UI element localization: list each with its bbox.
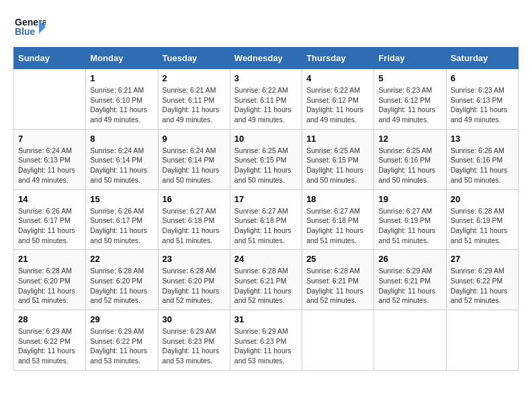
day-number: 4 [306, 73, 369, 83]
calendar-cell: 15Sunrise: 6:26 AM Sunset: 6:17 PM Dayli… [86, 189, 158, 250]
calendar-cell: 18Sunrise: 6:27 AM Sunset: 6:18 PM Dayli… [302, 189, 374, 250]
weekday-header: Saturday [446, 48, 518, 69]
day-info: Sunrise: 6:28 AM Sunset: 6:19 PM Dayligh… [451, 206, 514, 246]
day-info: Sunrise: 6:24 AM Sunset: 6:14 PM Dayligh… [90, 146, 153, 185]
calendar-cell: 2Sunrise: 6:21 AM Sunset: 6:11 PM Daylig… [158, 69, 230, 130]
day-number: 13 [451, 134, 514, 144]
day-number: 10 [234, 134, 298, 144]
calendar-header-row: SundayMondayTuesdayWednesdayThursdayFrid… [14, 48, 519, 69]
calendar-cell: 31Sunrise: 6:29 AM Sunset: 6:23 PM Dayli… [230, 310, 302, 371]
calendar-cell: 7Sunrise: 6:24 AM Sunset: 6:13 PM Daylig… [14, 129, 86, 189]
day-info: Sunrise: 6:28 AM Sunset: 6:20 PM Dayligh… [90, 266, 153, 306]
day-info: Sunrise: 6:21 AM Sunset: 6:10 PM Dayligh… [90, 85, 153, 125]
calendar-cell: 1Sunrise: 6:21 AM Sunset: 6:10 PM Daylig… [86, 69, 158, 130]
day-info: Sunrise: 6:27 AM Sunset: 6:18 PM Dayligh… [163, 206, 226, 246]
calendar-cell: 3Sunrise: 6:22 AM Sunset: 6:11 PM Daylig… [230, 69, 302, 130]
calendar-cell [374, 310, 446, 371]
day-number: 27 [451, 254, 514, 264]
day-info: Sunrise: 6:23 AM Sunset: 6:12 PM Dayligh… [378, 85, 441, 125]
day-info: Sunrise: 6:25 AM Sunset: 6:15 PM Dayligh… [306, 146, 369, 185]
calendar-cell: 23Sunrise: 6:28 AM Sunset: 6:20 PM Dayli… [158, 250, 230, 310]
calendar-cell: 11Sunrise: 6:25 AM Sunset: 6:15 PM Dayli… [302, 129, 374, 189]
calendar-cell: 19Sunrise: 6:27 AM Sunset: 6:19 PM Dayli… [374, 189, 446, 250]
svg-text:Blue: Blue [15, 26, 36, 37]
day-number: 3 [234, 73, 298, 83]
day-number: 5 [378, 73, 441, 83]
calendar-cell [302, 310, 374, 371]
day-info: Sunrise: 6:29 AM Sunset: 6:22 PM Dayligh… [451, 266, 514, 306]
calendar-cell: 10Sunrise: 6:25 AM Sunset: 6:15 PM Dayli… [230, 129, 302, 189]
calendar-cell: 25Sunrise: 6:28 AM Sunset: 6:21 PM Dayli… [302, 250, 374, 310]
calendar-week-row: 28Sunrise: 6:29 AM Sunset: 6:22 PM Dayli… [14, 310, 519, 371]
day-number: 25 [306, 254, 369, 264]
day-info: Sunrise: 6:25 AM Sunset: 6:15 PM Dayligh… [234, 146, 298, 185]
day-info: Sunrise: 6:27 AM Sunset: 6:18 PM Dayligh… [234, 206, 298, 246]
day-number: 24 [234, 254, 298, 264]
weekday-header: Friday [374, 48, 446, 69]
day-info: Sunrise: 6:26 AM Sunset: 6:17 PM Dayligh… [90, 206, 153, 246]
calendar-cell: 27Sunrise: 6:29 AM Sunset: 6:22 PM Dayli… [446, 250, 518, 310]
day-number: 29 [90, 314, 153, 324]
calendar-cell: 14Sunrise: 6:26 AM Sunset: 6:17 PM Dayli… [14, 189, 86, 250]
logo-icon: General Blue [13, 13, 46, 40]
calendar-cell [446, 310, 518, 371]
calendar-cell: 5Sunrise: 6:23 AM Sunset: 6:12 PM Daylig… [374, 69, 446, 130]
calendar-week-row: 21Sunrise: 6:28 AM Sunset: 6:20 PM Dayli… [14, 250, 519, 310]
day-info: Sunrise: 6:26 AM Sunset: 6:16 PM Dayligh… [451, 146, 514, 185]
day-info: Sunrise: 6:25 AM Sunset: 6:16 PM Dayligh… [378, 146, 441, 185]
calendar-cell: 17Sunrise: 6:27 AM Sunset: 6:18 PM Dayli… [230, 189, 302, 250]
calendar-cell: 8Sunrise: 6:24 AM Sunset: 6:14 PM Daylig… [86, 129, 158, 189]
day-number: 14 [18, 194, 81, 204]
day-number: 15 [90, 194, 153, 204]
calendar-cell: 26Sunrise: 6:29 AM Sunset: 6:21 PM Dayli… [374, 250, 446, 310]
day-number: 22 [90, 254, 153, 264]
calendar-cell: 22Sunrise: 6:28 AM Sunset: 6:20 PM Dayli… [86, 250, 158, 310]
day-info: Sunrise: 6:29 AM Sunset: 6:23 PM Dayligh… [234, 326, 298, 366]
calendar-cell: 21Sunrise: 6:28 AM Sunset: 6:20 PM Dayli… [14, 250, 86, 310]
day-number: 1 [90, 73, 153, 83]
day-number: 11 [306, 134, 369, 144]
calendar-cell: 30Sunrise: 6:29 AM Sunset: 6:23 PM Dayli… [158, 310, 230, 371]
calendar-week-row: 14Sunrise: 6:26 AM Sunset: 6:17 PM Dayli… [14, 189, 519, 250]
day-info: Sunrise: 6:22 AM Sunset: 6:11 PM Dayligh… [234, 85, 298, 125]
day-info: Sunrise: 6:26 AM Sunset: 6:17 PM Dayligh… [18, 206, 81, 246]
day-info: Sunrise: 6:27 AM Sunset: 6:19 PM Dayligh… [378, 206, 441, 246]
calendar-cell: 16Sunrise: 6:27 AM Sunset: 6:18 PM Dayli… [158, 189, 230, 250]
day-info: Sunrise: 6:29 AM Sunset: 6:21 PM Dayligh… [378, 266, 441, 306]
weekday-header: Wednesday [230, 48, 302, 69]
day-number: 12 [378, 134, 441, 144]
weekday-header: Monday [86, 48, 158, 69]
day-info: Sunrise: 6:28 AM Sunset: 6:21 PM Dayligh… [234, 266, 298, 306]
day-number: 17 [234, 194, 298, 204]
day-number: 30 [163, 314, 226, 324]
day-info: Sunrise: 6:24 AM Sunset: 6:13 PM Dayligh… [18, 146, 81, 185]
day-info: Sunrise: 6:29 AM Sunset: 6:22 PM Dayligh… [90, 326, 153, 366]
calendar-week-row: 7Sunrise: 6:24 AM Sunset: 6:13 PM Daylig… [14, 129, 519, 189]
page-header: General Blue [13, 13, 519, 40]
day-number: 8 [90, 134, 153, 144]
day-number: 7 [18, 134, 81, 144]
calendar-week-row: 1Sunrise: 6:21 AM Sunset: 6:10 PM Daylig… [14, 69, 519, 130]
weekday-header: Sunday [14, 48, 86, 69]
day-number: 6 [451, 73, 514, 83]
calendar-cell: 12Sunrise: 6:25 AM Sunset: 6:16 PM Dayli… [374, 129, 446, 189]
day-info: Sunrise: 6:22 AM Sunset: 6:12 PM Dayligh… [306, 85, 369, 125]
day-info: Sunrise: 6:29 AM Sunset: 6:22 PM Dayligh… [18, 326, 81, 366]
calendar-table: SundayMondayTuesdayWednesdayThursdayFrid… [13, 47, 519, 371]
weekday-header: Tuesday [158, 48, 230, 69]
calendar-cell: 24Sunrise: 6:28 AM Sunset: 6:21 PM Dayli… [230, 250, 302, 310]
day-number: 18 [306, 194, 369, 204]
day-number: 31 [234, 314, 298, 324]
day-number: 28 [18, 314, 81, 324]
day-number: 20 [451, 194, 514, 204]
day-info: Sunrise: 6:28 AM Sunset: 6:20 PM Dayligh… [163, 266, 226, 306]
day-number: 16 [163, 194, 226, 204]
day-number: 21 [18, 254, 81, 264]
weekday-header: Thursday [302, 48, 374, 69]
calendar-cell: 13Sunrise: 6:26 AM Sunset: 6:16 PM Dayli… [446, 129, 518, 189]
calendar-cell: 4Sunrise: 6:22 AM Sunset: 6:12 PM Daylig… [302, 69, 374, 130]
day-number: 9 [163, 134, 226, 144]
day-number: 2 [163, 73, 226, 83]
day-number: 23 [163, 254, 226, 264]
day-number: 19 [378, 194, 441, 204]
